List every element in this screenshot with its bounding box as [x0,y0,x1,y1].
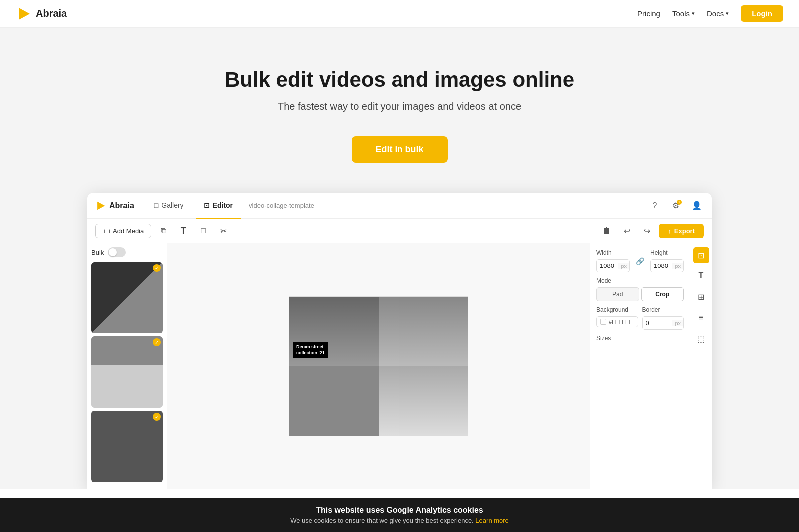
login-button[interactable]: Login [741,5,783,22]
border-field: px [642,316,684,330]
hero-subtitle: The fastest way to edit your images and … [10,101,789,112]
bulk-row: Bulk [91,247,163,257]
logo-text: Abraia [36,8,67,19]
redo-button[interactable]: ↪ [639,223,655,239]
border-input[interactable] [643,317,672,329]
border-label: Border [642,306,684,313]
sizes-label: Sizes [596,335,684,342]
background-label: Background [596,306,638,313]
thumb-check-2: ✓ [153,338,161,346]
tab-editor[interactable]: ⊡ Editor [196,193,241,219]
svg-marker-0 [19,8,30,20]
border-unit: px [672,320,683,326]
collage-cell-top-left: Denim street collection '21 [289,297,379,366]
pad-button[interactable]: Pad [596,287,639,301]
app-nav-right: ? ⚙ 1 👤 [648,199,704,213]
main-nav: Abraia Pricing Tools ▾ Docs ▾ Login [0,0,799,28]
crop-button[interactable]: Crop [641,287,684,301]
collage-cell-bottom-right [379,366,468,436]
app-nav: Abraia □ Gallery ⊡ Editor video-collage-… [87,193,712,219]
mode-row: Pad Crop [596,287,684,301]
bulk-toggle[interactable] [108,247,126,257]
docs-link[interactable]: Docs ▾ [707,9,729,18]
bulk-label: Bulk [91,249,104,256]
mode-label: Mode [596,277,684,284]
background-group: Background #FFFFFF [596,306,638,330]
tab-path: video-collage-template [249,202,314,209]
thumbnail-2[interactable]: ✓ [91,336,163,408]
help-button[interactable]: ? [648,199,662,213]
logo-play-icon [16,6,32,22]
app-preview: Abraia □ Gallery ⊡ Editor video-collage-… [0,193,799,489]
right-icon-strip: ⊡ T ⊞ ≡ ⬚ [690,243,712,489]
edit-in-bulk-button[interactable]: Edit in bulk [352,136,448,163]
canvas-content: Denim street collection '21 [289,296,468,436]
collage-text-overlay: Denim street collection '21 [293,342,328,358]
settings-badge: 1 [677,200,682,205]
hero-title: Bulk edit videos and images online [10,68,789,92]
nav-links: Pricing Tools ▾ Docs ▾ Login [637,5,783,22]
width-height-row: Width px 🔗 Height px [596,249,684,272]
text-tool-button[interactable]: T [175,223,191,239]
height-unit: px [672,263,683,269]
bg-border-row: Background #FFFFFF Border px [596,306,684,330]
link-icon: 🔗 [636,257,644,265]
tools-link[interactable]: Tools ▾ [672,9,695,18]
main-content: Bulk ✓ ✓ ✓ [87,243,712,489]
toolbar-right: 🗑 ↩ ↪ ↑ Export [599,223,704,239]
hero-section: Bulk edit videos and images online The f… [0,28,799,193]
tools-chevron-icon: ▾ [692,10,695,17]
sidebar: Bulk ✓ ✓ ✓ [87,243,167,489]
plus-icon: + [103,227,107,235]
crop-strip-icon[interactable]: ⊡ [693,247,709,263]
gallery-icon: □ [154,201,158,209]
background-color-field[interactable]: #FFFFFF [596,316,638,327]
svg-marker-1 [97,201,105,210]
width-group: Width px [596,249,630,272]
canvas-area[interactable]: Denim street collection '21 [167,243,590,489]
shape-tool-button[interactable]: □ [195,223,211,239]
height-input[interactable] [651,260,672,272]
thumb-check-1: ✓ [153,264,161,272]
app-logo: Abraia [95,200,134,211]
editor-icon: ⊡ [204,201,210,209]
crop-tool-button[interactable]: ✂ [215,223,231,239]
width-label: Width [596,249,630,256]
overlay-strip-icon[interactable]: ⊞ [693,289,709,305]
collage-cell-top-right [379,297,468,366]
height-group: Height px [650,249,684,272]
width-unit: px [618,263,629,269]
width-field: px [596,259,630,272]
copy-button[interactable]: ⧉ [155,223,171,239]
thumbnail-3[interactable]: ✓ [91,411,163,482]
export-button[interactable]: ↑ Export [659,224,704,238]
thumb-check-3: ✓ [153,413,161,421]
pricing-link[interactable]: Pricing [637,9,660,18]
border-group: Border px [642,306,684,330]
export-icon: ↑ [668,227,671,235]
thumb-image-2 [91,336,163,408]
width-input[interactable] [597,260,618,272]
toggle-circle [109,248,117,256]
tab-gallery[interactable]: □ Gallery [146,193,192,219]
settings-button[interactable]: ⚙ 1 [669,199,683,213]
template-strip-icon[interactable]: ⬚ [693,331,709,347]
app-window: Abraia □ Gallery ⊡ Editor video-collage-… [87,193,712,489]
toolbar: + + Add Media ⧉ T □ ✂ 🗑 ↩ ↪ ↑ Export [87,219,712,243]
user-button[interactable]: 👤 [690,199,704,213]
thumb-image-3 [91,411,163,482]
thumbnail-1[interactable]: ✓ [91,262,163,333]
height-label: Height [650,249,684,256]
logo[interactable]: Abraia [16,6,67,22]
app-logo-icon [95,200,106,211]
color-swatch [600,319,606,325]
add-media-button[interactable]: + + Add Media [95,224,151,238]
thumb-image-1 [91,262,163,333]
bg-color-value: #FFFFFF [609,319,632,325]
docs-chevron-icon: ▾ [726,10,729,17]
collage-cell-bottom-left [289,366,379,436]
text-strip-icon[interactable]: T [693,268,709,284]
delete-button[interactable]: 🗑 [599,223,615,239]
adjust-strip-icon[interactable]: ≡ [693,310,709,326]
undo-button[interactable]: ↩ [619,223,635,239]
